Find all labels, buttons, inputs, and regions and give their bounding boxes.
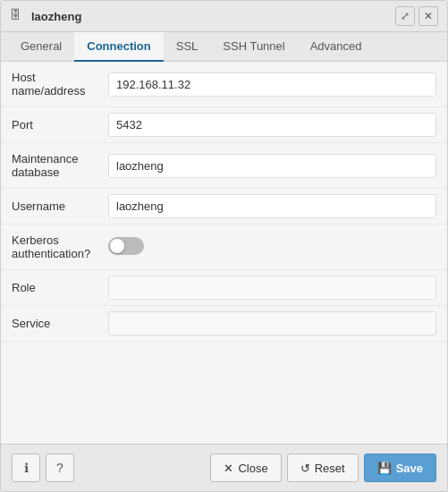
- username-label: Username: [1, 189, 108, 225]
- table-row: Service: [1, 306, 447, 342]
- table-row: Host name/address: [1, 62, 447, 107]
- kerberos-toggle[interactable]: [108, 237, 144, 255]
- close-label: Close: [238, 462, 267, 475]
- table-row: Kerberos authentication?: [1, 225, 447, 270]
- close-button[interactable]: ✕ Close: [210, 454, 281, 482]
- table-row: Port: [1, 107, 447, 143]
- table-row: Maintenance database: [1, 143, 447, 189]
- maintenance-db-value-cell: [108, 143, 447, 189]
- maintenance-db-input[interactable]: [108, 154, 436, 178]
- kerberos-value-cell: [108, 225, 447, 270]
- port-input[interactable]: [108, 113, 436, 137]
- footer-left: ℹ ?: [12, 454, 74, 482]
- save-label: Save: [396, 462, 423, 475]
- close-icon: ✕: [224, 462, 233, 475]
- toggle-track: [108, 237, 144, 255]
- tab-bar: General Connection SSL SSH Tunnel Advanc…: [1, 32, 447, 62]
- footer-right: ✕ Close ↺ Reset 💾 Save: [210, 454, 436, 482]
- host-value-cell: [108, 62, 447, 107]
- maintenance-db-label: Maintenance database: [1, 143, 108, 189]
- tab-ssh-tunnel[interactable]: SSH Tunnel: [210, 32, 297, 62]
- role-label: Role: [1, 270, 108, 306]
- reset-button[interactable]: ↺ Reset: [287, 454, 359, 482]
- reset-icon: ↺: [300, 462, 310, 475]
- save-button[interactable]: 💾 Save: [364, 454, 436, 482]
- form-table: Host name/address Port Maintenance datab…: [1, 62, 447, 342]
- title-bar: 🗄 laozheng ⤢ ✕: [1, 1, 447, 32]
- kerberos-label: Kerberos authentication?: [1, 225, 108, 270]
- table-row: Role: [1, 270, 447, 306]
- help-button[interactable]: ?: [46, 454, 74, 482]
- dialog-title: laozheng: [31, 10, 81, 23]
- table-row: Username: [1, 189, 447, 225]
- toggle-thumb: [110, 239, 124, 253]
- form-content: Host name/address Port Maintenance datab…: [1, 62, 447, 444]
- title-left: 🗄 laozheng: [10, 8, 81, 24]
- tab-advanced[interactable]: Advanced: [298, 32, 375, 62]
- info-button[interactable]: ℹ: [12, 454, 40, 482]
- role-input[interactable]: [108, 276, 436, 300]
- title-actions: ⤢ ✕: [395, 6, 438, 26]
- host-input[interactable]: [108, 72, 436, 97]
- tab-general[interactable]: General: [8, 32, 74, 62]
- dialog: 🗄 laozheng ⤢ ✕ General Connection SSL SS…: [0, 0, 448, 492]
- service-value-cell: [108, 306, 447, 342]
- host-label: Host name/address: [1, 62, 108, 107]
- port-label: Port: [1, 107, 108, 143]
- service-label: Service: [1, 306, 108, 342]
- save-icon: 💾: [377, 462, 392, 475]
- service-input[interactable]: [108, 311, 436, 335]
- port-value-cell: [108, 107, 447, 143]
- tab-ssl[interactable]: SSL: [164, 32, 211, 62]
- role-value-cell: [108, 270, 447, 306]
- username-input[interactable]: [108, 194, 436, 218]
- db-icon: 🗄: [10, 8, 26, 24]
- window-close-button[interactable]: ✕: [418, 6, 438, 26]
- footer: ℹ ? ✕ Close ↺ Reset 💾 Save: [1, 444, 447, 491]
- username-value-cell: [108, 189, 447, 225]
- tab-connection[interactable]: Connection: [74, 32, 164, 62]
- expand-button[interactable]: ⤢: [395, 6, 415, 26]
- reset-label: Reset: [315, 462, 345, 475]
